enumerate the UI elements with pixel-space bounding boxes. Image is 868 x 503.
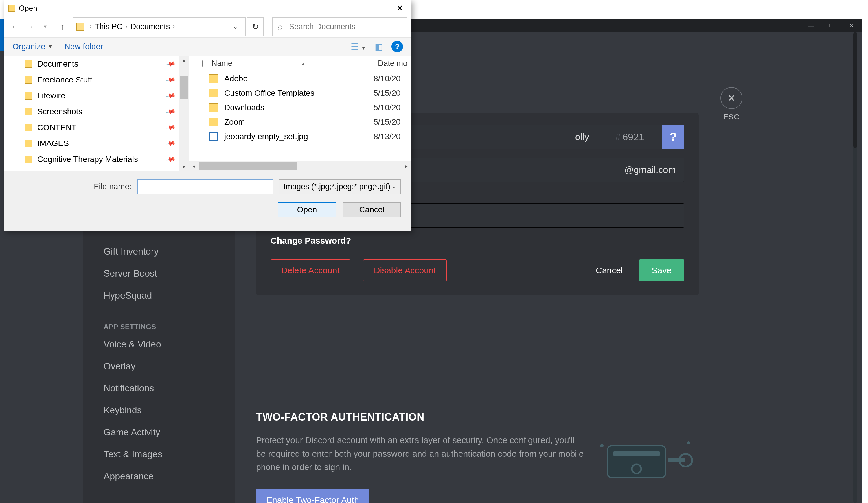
sidebar-item-game-activity[interactable]: Game Activity [104,421,223,443]
save-button[interactable]: Save [639,260,684,281]
dialog-title: Open [19,4,37,13]
chevron-right-icon: › [90,23,92,30]
folder-icon [24,76,32,84]
window-close-button[interactable]: ✕ [841,19,862,32]
folder-icon [209,74,218,83]
help-button[interactable]: ? [392,41,403,52]
refresh-button[interactable]: ↻ [247,17,264,36]
cancel-button[interactable]: Cancel [343,202,401,217]
select-all-checkbox[interactable] [189,60,209,67]
folder-icon [24,60,32,68]
open-button[interactable]: Open [278,202,336,217]
navpane-item[interactable]: CONTENT📌 [4,119,189,135]
folder-icon [24,140,32,147]
address-dropdown[interactable]: ⌄ [228,23,242,30]
scrollbar-thumb[interactable] [199,162,297,170]
sidebar-heading-app-settings: APP SETTINGS [104,316,223,333]
scroll-down-button[interactable]: ▾ [179,163,189,171]
file-row[interactable]: Adobe8/10/20 [189,72,411,86]
chevron-right-icon: › [173,23,175,30]
sidebar-item-hypesquad[interactable]: HypeSquad [104,284,223,306]
sidebar-item-label: Appearance [104,471,154,482]
dialog-close-button[interactable]: ✕ [388,0,411,16]
file-type-select[interactable]: Images (*.jpg;*.jpeg;*.png;*.gif) ⌄ [279,179,401,194]
file-list-hscrollbar[interactable]: ◂ ▸ [189,161,411,171]
file-name-input[interactable] [137,179,273,194]
sidebar-item-appearance[interactable]: Appearance [104,465,223,487]
dialog-titlebar[interactable]: Open ✕ [4,0,411,16]
file-row[interactable]: Custom Office Templates5/15/20 [189,86,411,101]
file-open-dialog: Open ✕ ← → ▾ ↑ › This PC › Documents › ⌄… [4,0,411,231]
file-date: 8/10/20 [373,74,411,83]
window-minimize-button[interactable]: — [801,19,821,32]
sidebar-item-voice-video[interactable]: Voice & Video [104,333,223,355]
cancel-button[interactable]: Cancel [585,260,633,281]
username-value: olly [575,132,589,142]
sidebar-item-notifications[interactable]: Notifications [104,377,223,399]
dialog-icon [8,4,16,12]
navpane-item[interactable]: Freelance Stuff📌 [4,72,189,88]
enable-two-factor-button[interactable]: Enable Two-Factor Auth [256,489,370,503]
two-factor-section: TWO-FACTOR AUTHENTICATION Protect your D… [256,411,699,503]
column-name[interactable]: Name▴ [209,59,373,68]
close-settings-button[interactable]: ✕ ESC [721,87,742,122]
folder-icon [76,23,84,31]
chevron-right-icon: › [125,23,127,30]
navpane-item-label: IMAGES [37,139,69,148]
file-row[interactable]: Downloads5/10/20 [189,101,411,115]
navpane-item[interactable]: Cognitive Therapy Materials📌 [4,151,189,167]
dialog-toolbar: Organize▼ New folder ☰ ▼ ◧ ? [4,37,411,56]
nav-up-button[interactable]: ↑ [56,20,69,33]
scrollbar-thumb[interactable] [853,32,857,148]
scroll-up-button[interactable]: ▴ [179,56,189,64]
scroll-right-button[interactable]: ▸ [401,163,411,169]
avatar-help-button[interactable]: ? [662,125,684,149]
nav-forward-button[interactable]: → [23,20,37,33]
sidebar-item-overlay[interactable]: Overlay [104,355,223,377]
file-name: Adobe [224,74,373,83]
folder-icon [24,92,32,99]
navpane-item[interactable]: IMAGES📌 [4,135,189,151]
svg-point-6 [687,441,690,444]
window-maximize-button[interactable]: ☐ [821,19,841,32]
nav-recent-dropdown[interactable]: ▾ [39,20,52,33]
new-folder-button[interactable]: New folder [64,42,103,51]
scrollbar-thumb[interactable] [180,76,188,99]
content-scrollbar[interactable] [853,32,857,503]
image-file-icon [209,132,218,141]
preview-pane-button[interactable]: ◧ [375,42,383,52]
address-breadcrumb[interactable]: › This PC › Documents › ⌄ [73,17,246,36]
email-value: @gmail.com [624,165,676,175]
organize-menu[interactable]: Organize▼ [12,42,53,51]
search-input[interactable]: ⌕ Search Documents [272,17,407,36]
file-row[interactable]: jeopardy empty_set.jpg8/13/20 [189,129,411,144]
navpane-item-label: Documents [37,59,79,69]
sidebar-item-label: HypeSquad [104,290,152,301]
navpane-item[interactable]: Documents📌 [4,56,189,72]
sidebar-item-text-images[interactable]: Text & Images [104,443,223,465]
change-password-link[interactable]: Change Password? [270,236,684,245]
search-placeholder: Search Documents [289,22,355,31]
folder-icon [209,89,218,97]
breadcrumb-documents[interactable]: Documents [131,22,170,31]
nav-back-button[interactable]: ← [8,20,22,33]
folder-icon [24,156,32,163]
sidebar-item-gift-inventory[interactable]: Gift Inventory [104,240,223,262]
scroll-left-button[interactable]: ◂ [189,163,199,169]
file-row[interactable]: Zoom5/15/20 [189,115,411,129]
sidebar-item-keybinds[interactable]: Keybinds [104,399,223,421]
column-date[interactable]: Date mo [373,59,411,68]
sidebar-item-server-boost[interactable]: Server Boost [104,262,223,284]
file-date: 5/15/20 [373,117,411,127]
navpane-item-label: CONTENT [37,123,76,132]
disable-account-button[interactable]: Disable Account [363,260,447,281]
navpane-item[interactable]: Screenshots📌 [4,104,189,119]
delete-account-button[interactable]: Delete Account [270,260,350,281]
folder-icon [209,118,218,126]
file-date: 8/13/20 [373,132,411,141]
view-options-button[interactable]: ☰ ▼ [351,42,366,52]
breadcrumb-this-pc[interactable]: This PC [95,22,122,31]
file-list-pane: Name▴ Date mo Adobe8/10/20Custom Office … [189,56,411,171]
navpane-item[interactable]: Lifewire📌 [4,88,189,104]
navpane-scrollbar[interactable]: ▴ ▾ [179,56,189,171]
